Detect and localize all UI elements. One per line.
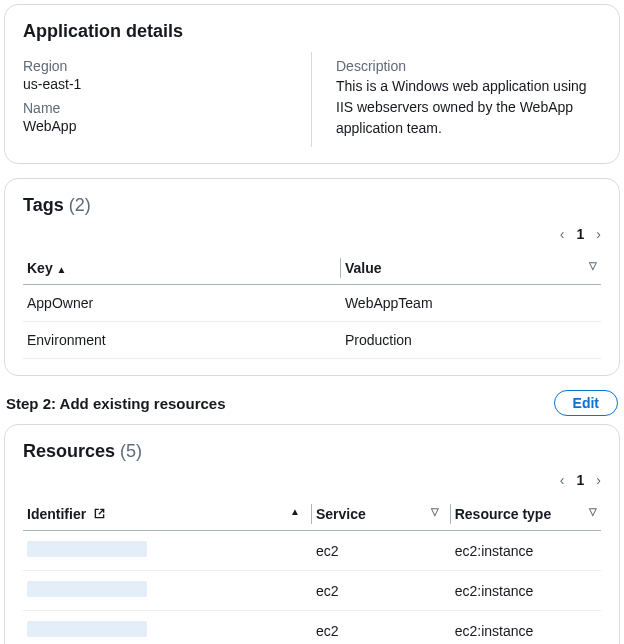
tags-page-number: 1 bbox=[577, 226, 585, 242]
table-row: ec2 ec2:instance bbox=[23, 571, 601, 611]
resources-pager: ‹ 1 › bbox=[23, 472, 601, 488]
resource-identifier bbox=[23, 531, 312, 571]
sort-icon: ▽ bbox=[589, 260, 597, 271]
sort-asc-icon: ▲ bbox=[57, 264, 67, 275]
description-label: Description bbox=[336, 58, 601, 74]
app-details-title: Application details bbox=[23, 21, 601, 42]
table-row: Environment Production bbox=[23, 322, 601, 359]
tag-key: Environment bbox=[23, 322, 341, 359]
tags-count: (2) bbox=[69, 195, 91, 215]
table-row: ec2 ec2:instance bbox=[23, 611, 601, 645]
tags-col-key[interactable]: Key ▲ bbox=[23, 252, 341, 285]
app-details-left: Region us-east-1 Name WebApp bbox=[23, 52, 312, 147]
resource-type: ec2:instance bbox=[451, 611, 601, 645]
resource-service: ec2 bbox=[312, 571, 451, 611]
resource-identifier bbox=[23, 571, 312, 611]
tag-value: Production bbox=[341, 322, 601, 359]
redacted-placeholder bbox=[27, 621, 147, 637]
application-details-panel: Application details Region us-east-1 Nam… bbox=[4, 4, 620, 164]
resources-title-text: Resources bbox=[23, 441, 115, 461]
tag-value: WebAppTeam bbox=[341, 285, 601, 322]
sort-icon: ▽ bbox=[589, 506, 597, 517]
sort-asc-icon: ▲ bbox=[290, 506, 300, 517]
resources-col-service[interactable]: Service ▽ bbox=[312, 498, 451, 531]
step2-header: Step 2: Add existing resources Edit bbox=[6, 390, 618, 416]
tags-table: Key ▲ Value ▽ AppOwner WebAppTeam Enviro… bbox=[23, 252, 601, 359]
resource-type: ec2:instance bbox=[451, 571, 601, 611]
redacted-placeholder bbox=[27, 541, 147, 557]
description-value: This is a Windows web application using … bbox=[336, 76, 601, 139]
resources-title: Resources (5) bbox=[23, 441, 601, 462]
name-label: Name bbox=[23, 100, 297, 116]
region-label: Region bbox=[23, 58, 297, 74]
table-row: ec2 ec2:instance bbox=[23, 531, 601, 571]
prev-page-icon[interactable]: ‹ bbox=[560, 472, 565, 488]
sort-icon: ▽ bbox=[431, 506, 439, 517]
resources-panel: Resources (5) ‹ 1 › Identifier ▲ Service bbox=[4, 424, 620, 644]
prev-page-icon[interactable]: ‹ bbox=[560, 226, 565, 242]
name-value: WebApp bbox=[23, 118, 297, 134]
app-details-row: Region us-east-1 Name WebApp Description… bbox=[23, 52, 601, 147]
resource-type: ec2:instance bbox=[451, 531, 601, 571]
resource-service: ec2 bbox=[312, 611, 451, 645]
resources-count: (5) bbox=[120, 441, 142, 461]
resource-service: ec2 bbox=[312, 531, 451, 571]
next-page-icon[interactable]: › bbox=[596, 226, 601, 242]
external-link-icon bbox=[94, 508, 105, 522]
resources-page-number: 1 bbox=[577, 472, 585, 488]
tags-title-text: Tags bbox=[23, 195, 64, 215]
tags-panel: Tags (2) ‹ 1 › Key ▲ Value ▽ AppOwner We… bbox=[4, 178, 620, 376]
next-page-icon[interactable]: › bbox=[596, 472, 601, 488]
tag-key: AppOwner bbox=[23, 285, 341, 322]
region-value: us-east-1 bbox=[23, 76, 297, 92]
resources-col-identifier[interactable]: Identifier ▲ bbox=[23, 498, 312, 531]
edit-button[interactable]: Edit bbox=[554, 390, 618, 416]
step2-title: Step 2: Add existing resources bbox=[6, 395, 226, 412]
resource-identifier bbox=[23, 611, 312, 645]
app-details-right: Description This is a Windows web applic… bbox=[312, 52, 601, 147]
table-row: AppOwner WebAppTeam bbox=[23, 285, 601, 322]
redacted-placeholder bbox=[27, 581, 147, 597]
tags-pager: ‹ 1 › bbox=[23, 226, 601, 242]
resources-col-type[interactable]: Resource type ▽ bbox=[451, 498, 601, 531]
tags-col-value[interactable]: Value ▽ bbox=[341, 252, 601, 285]
tags-title: Tags (2) bbox=[23, 195, 601, 216]
resources-table: Identifier ▲ Service ▽ Resource type ▽ bbox=[23, 498, 601, 644]
